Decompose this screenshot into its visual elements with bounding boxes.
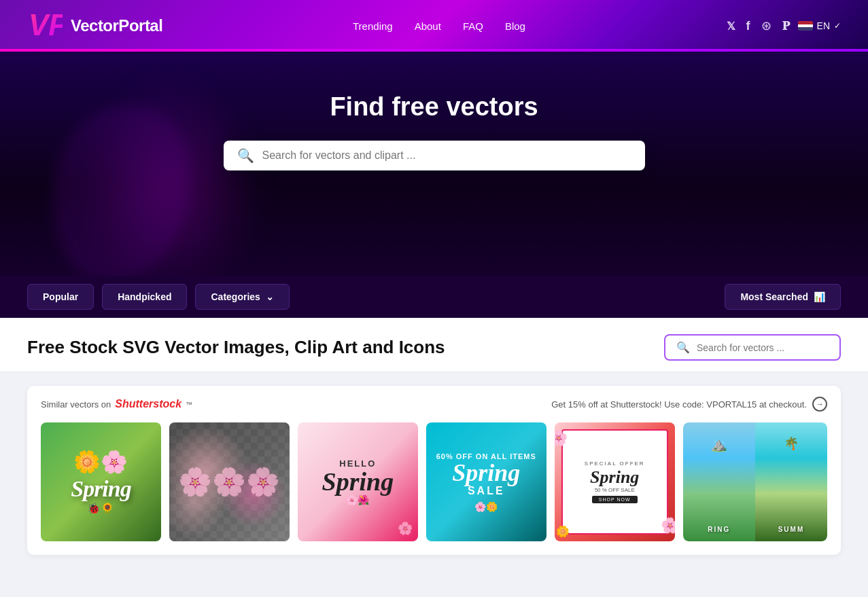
- svg-text:VP: VP: [29, 11, 63, 41]
- page-title: Free Stock SVG Vector Images, Clip Art a…: [27, 337, 445, 358]
- dribbble-icon[interactable]: ⊛: [761, 18, 771, 33]
- vector-thumb-3[interactable]: HELLO Spring 🌸🌺 🌸: [298, 422, 418, 541]
- twitter-icon[interactable]: 𝕏: [727, 20, 735, 33]
- promo-text: Get 15% off at Shutterstock! Use code: V…: [551, 399, 807, 410]
- shutterstock-header: Similar vectors on Shutterstock ™ Get 15…: [41, 397, 827, 412]
- chart-icon: 📊: [814, 291, 825, 302]
- hero-section: Find free vectors 🔍: [0, 52, 868, 276]
- hero-title: Find free vectors: [27, 92, 841, 122]
- shutterstock-label: Similar vectors on: [41, 399, 111, 410]
- header: VP VectorPortal Trending About FAQ Blog …: [0, 0, 868, 52]
- content-header: Free Stock SVG Vector Images, Clip Art a…: [0, 318, 868, 372]
- most-searched-button[interactable]: Most Searched 📊: [725, 284, 841, 310]
- hero-search-input[interactable]: [262, 149, 631, 162]
- filter-bar: Popular Handpicked Categories ⌄ Most Sea…: [0, 276, 868, 318]
- nav-trending[interactable]: Trending: [353, 20, 393, 32]
- handpicked-label: Handpicked: [118, 291, 171, 302]
- vector-thumb-2[interactable]: 🌸🌸🌸: [169, 422, 290, 541]
- vector-grid: 🌼🌸 Spring 🐞🌻 🌸🌸🌸 HELLO Spring 🌸🌺: [41, 422, 827, 541]
- flower-decoration: 🌸: [398, 521, 413, 536]
- lang-checkmark-icon: ✓: [834, 21, 841, 31]
- vector-thumb-5[interactable]: SPECIAL OFFER Spring 50 % OFF SALE SHOP …: [555, 422, 675, 541]
- shutterstock-brand[interactable]: Shutterstock: [115, 398, 181, 410]
- pinterest-icon[interactable]: 𝐏: [782, 19, 790, 33]
- popular-tab[interactable]: Popular: [27, 284, 94, 310]
- shutterstock-section: Similar vectors on Shutterstock ™ Get 15…: [0, 372, 868, 571]
- logo-area[interactable]: VP VectorPortal: [27, 11, 162, 41]
- categories-tab[interactable]: Categories ⌄: [195, 284, 289, 310]
- secondary-search-bar[interactable]: 🔍: [664, 334, 841, 361]
- language-selector[interactable]: EN ✓: [798, 20, 841, 31]
- facebook-icon[interactable]: f: [746, 19, 750, 33]
- secondary-search-icon: 🔍: [676, 341, 690, 354]
- vector-thumb-6[interactable]: ⛰️ RING 🌴 SUMM: [683, 422, 827, 541]
- chevron-down-icon: ⌄: [266, 291, 274, 302]
- vector-thumb-1[interactable]: 🌼🌸 Spring 🐞🌻: [41, 422, 161, 541]
- filter-tabs: Popular Handpicked Categories ⌄: [27, 284, 290, 310]
- shutterstock-card: Similar vectors on Shutterstock ™ Get 15…: [27, 386, 841, 555]
- nav-faq[interactable]: FAQ: [463, 20, 483, 32]
- logo-icon: VP: [27, 11, 63, 41]
- secondary-search-input[interactable]: [697, 342, 829, 353]
- categories-label: Categories: [211, 291, 260, 302]
- shutterstock-tm: ™: [186, 401, 192, 408]
- social-icons: 𝕏 f ⊛ 𝐏: [727, 18, 790, 33]
- search-icon: 🔍: [237, 147, 254, 164]
- logo-text: VectorPortal: [71, 16, 162, 35]
- main-nav: Trending About FAQ Blog: [353, 20, 525, 32]
- spring-text-1: Spring: [71, 476, 131, 502]
- nav-about[interactable]: About: [415, 20, 441, 32]
- hero-search-bar[interactable]: 🔍: [224, 141, 645, 170]
- vector-thumb-4[interactable]: 60% OFF ON ALL ITEMS Spring SALE 🌸🌼: [426, 422, 546, 541]
- promo-circle-icon[interactable]: →: [812, 397, 827, 412]
- shutterstock-promo: Get 15% off at Shutterstock! Use code: V…: [551, 397, 827, 412]
- language-label: EN: [817, 20, 830, 31]
- flag-icon: [798, 21, 813, 31]
- popular-label: Popular: [43, 291, 78, 302]
- most-searched-label: Most Searched: [740, 291, 808, 302]
- nav-blog[interactable]: Blog: [505, 20, 525, 32]
- handpicked-tab[interactable]: Handpicked: [102, 284, 187, 310]
